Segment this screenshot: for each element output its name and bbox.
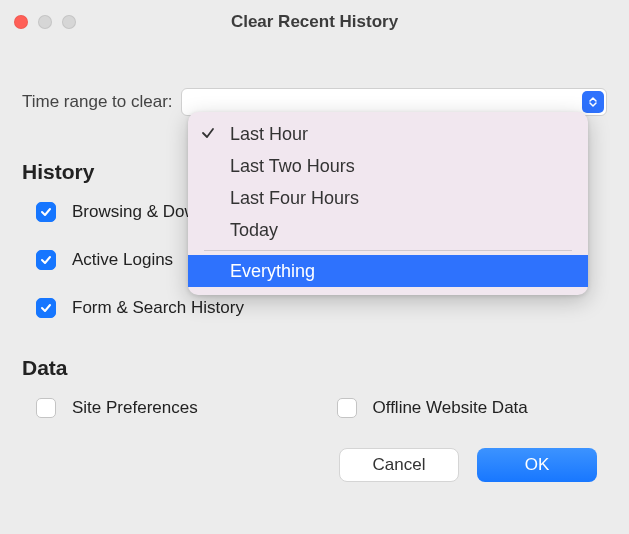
dropdown-option-label: Everything	[230, 261, 315, 282]
titlebar: Clear Recent History	[0, 0, 629, 44]
dropdown-option-last-four-hours[interactable]: Last Four Hours	[188, 182, 588, 214]
checkbox-icon[interactable]	[36, 298, 56, 318]
dropdown-option-today[interactable]: Today	[188, 214, 588, 246]
dropdown-option-label: Last Hour	[230, 124, 308, 145]
checkbox-label: Site Preferences	[72, 398, 198, 418]
checkbox-offline-data[interactable]: Offline Website Data	[337, 398, 608, 418]
ok-button[interactable]: OK	[477, 448, 597, 482]
dropdown-option-last-two-hours[interactable]: Last Two Hours	[188, 150, 588, 182]
data-section-title: Data	[22, 356, 607, 380]
checkbox-site-preferences[interactable]: Site Preferences	[36, 398, 307, 418]
dropdown-option-label: Today	[230, 220, 278, 241]
dropdown-option-label: Last Four Hours	[230, 188, 359, 209]
data-checklist: Site Preferences Offline Website Data	[22, 398, 607, 418]
check-icon	[200, 125, 216, 146]
checkbox-label: Form & Search History	[72, 298, 244, 318]
dropdown-option-label: Last Two Hours	[230, 156, 355, 177]
data-section: Data Site Preferences Offline Website Da…	[22, 356, 607, 418]
window-title: Clear Recent History	[0, 12, 629, 32]
dropdown-separator	[204, 250, 572, 251]
checkbox-icon[interactable]	[36, 202, 56, 222]
dialog-content: Time range to clear: History Browsing & …	[0, 44, 629, 504]
checkbox-icon[interactable]	[36, 250, 56, 270]
dropdown-option-last-hour[interactable]: Last Hour	[188, 118, 588, 150]
checkbox-icon[interactable]	[36, 398, 56, 418]
select-caret-icon[interactable]	[582, 91, 604, 113]
checkbox-icon[interactable]	[337, 398, 357, 418]
checkbox-form-search[interactable]: Form & Search History	[36, 298, 607, 318]
cancel-button[interactable]: Cancel	[339, 448, 459, 482]
dialog-buttons: Cancel OK	[22, 448, 607, 482]
time-range-dropdown[interactable]: Last Hour Last Two Hours Last Four Hours…	[188, 112, 588, 295]
checkbox-label: Offline Website Data	[373, 398, 528, 418]
checkbox-label: Active Logins	[72, 250, 173, 270]
dropdown-option-everything[interactable]: Everything	[188, 255, 588, 287]
time-range-label: Time range to clear:	[22, 92, 173, 112]
